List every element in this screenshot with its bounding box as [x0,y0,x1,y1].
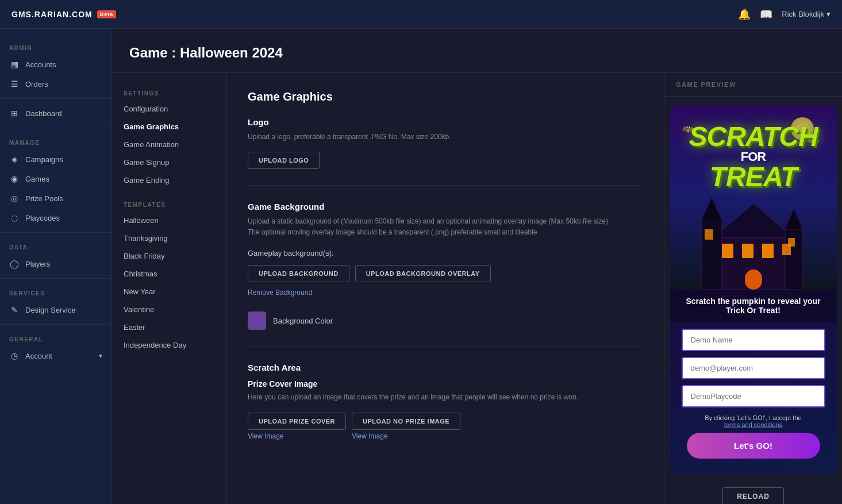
upload-no-prize-button[interactable]: UPLOAD NO PRIZE IMAGE [352,413,460,430]
accounts-icon: ▦ [9,60,20,69]
dashboard-icon: ⊞ [9,109,20,118]
beta-badge: Beta [97,10,117,18]
subnav-thanksgiving[interactable]: Thanksgiving [112,229,226,247]
subnav-configuration[interactable]: Configuration [112,100,226,118]
sidebar-section-admin: ADMIN [0,38,112,55]
campaigns-icon: ◈ [9,155,20,164]
remove-background-link[interactable]: Remove Background [248,288,312,297]
brand-name: GMS.RARIAN.COM [11,10,93,19]
preview-email-input[interactable] [682,357,825,379]
subnav-gamegraphics[interactable]: Game Graphics [112,118,226,136]
prize-cover-col: UPLOAD PRIZE COVER View Image [248,413,346,440]
app-body: ADMIN ▦ Accounts ☰ Orders ⊞ Dashboard MA… [0,29,842,504]
svg-rect-7 [722,244,733,258]
brand: GMS.RARIAN.COM Beta [11,10,116,19]
subnav-christmas[interactable]: Christmas [112,265,226,283]
user-name: Rick Blokdijk [782,10,824,18]
sidebar-item-prizepools-label: Prize Pools [25,194,63,203]
sidebar-item-playcodes-label: Playcodes [25,214,60,222]
upload-logo-button[interactable]: UPLOAD LOGO [248,152,320,169]
sidebar-item-designservice-label: Design Service [25,306,75,314]
logo-section: Logo Upload a logo, preferable a transpa… [248,117,643,186]
sidebar-item-games-label: Games [25,175,49,183]
preview-game-image: 🦇 🦇 SCRATCH FOR TREAT [670,106,837,290]
scratch-title-overlay: SCRATCH FOR TREAT [670,123,837,191]
scratch-title-line1: SCRATCH [670,123,837,151]
games-icon: ◉ [9,174,20,183]
sidebar-item-orders-label: Orders [25,80,48,89]
no-prize-col: UPLOAD NO PRIZE IMAGE View Image [352,413,460,440]
preview-terms-text: By clicking 'Let's GO!', I accept the [705,414,801,421]
sidebar-item-prizepools[interactable]: ◎ Prize Pools [0,188,112,208]
topbar-right: 🔔 📖 Rick Blokdijk ▾ [738,8,831,21]
sidebar-item-playcodes[interactable]: ◌ Playcodes [0,208,112,228]
subnav-valentine[interactable]: Valentine [112,301,226,318]
subnav-gameanimation[interactable]: Game Animation [112,136,226,153]
sidebar-item-campaigns[interactable]: ◈ Campaigns [0,149,112,169]
subnav-blackfriday[interactable]: Black Friday [112,247,226,265]
logo-title: Logo [248,117,643,127]
account-icon: ◷ [9,351,20,360]
sidebar-section-data: DATA [0,237,112,254]
svg-rect-8 [742,244,753,258]
subnav-gameending[interactable]: Game Ending [112,171,226,189]
sidebar-section-services: SERVICES [0,283,112,300]
svg-rect-9 [762,244,774,258]
preview-frame: 🦇 🦇 SCRATCH FOR TREAT [670,106,837,474]
preview-form [670,322,837,414]
sub-nav: SETTINGS Configuration Game Graphics Gam… [112,73,227,504]
sidebar-item-players[interactable]: ◯ Players [0,254,112,274]
sidebar-item-designservice[interactable]: ✎ Design Service [0,300,112,320]
svg-marker-6 [785,209,802,229]
preview-scratch-prompt: Scratch the pumpkin to reveal your Trick… [670,290,837,322]
svg-marker-4 [702,198,722,221]
game-background-title: Game Background [248,202,643,211]
preview-name-input[interactable] [682,329,825,351]
scratch-title-line2: TREAT [670,163,837,191]
prizepools-icon: ◎ [9,194,20,203]
subnav-templates-label: TEMPLATES [112,196,226,211]
sidebar-item-orders[interactable]: ☰ Orders [0,74,112,94]
notification-icon[interactable]: 🔔 [738,8,751,21]
subnav-gamesignup[interactable]: Game Signup [112,153,226,171]
upload-prize-cover-button[interactable]: UPLOAD PRIZE COVER [248,413,346,430]
sidebar-item-accounts[interactable]: ▦ Accounts [0,55,112,74]
haunted-house-svg [696,186,811,290]
subnav-halloween[interactable]: Halloween [112,211,226,229]
sidebar-section-general: GENERAL [0,329,112,346]
preview-terms-link[interactable]: terms and conditions [724,421,783,428]
logo-desc: Upload a logo, preferable a transparent … [248,132,643,143]
subnav-easter[interactable]: Easter [112,318,226,336]
playcodes-icon: ◌ [9,213,20,222]
designservice-icon: ✎ [9,305,20,314]
sidebar-item-games[interactable]: ◉ Games [0,169,112,188]
bg-color-row: Background Color [248,311,643,330]
user-chevron: ▾ [826,10,831,18]
svg-marker-2 [713,203,794,238]
prize-cover-desc: Here you can upload an image that covers… [248,392,643,403]
subnav-independenceday[interactable]: Independence Day [112,336,226,354]
view-cover-link[interactable]: View Image [248,432,346,440]
sidebar-item-dashboard[interactable]: ⊞ Dashboard [0,103,112,123]
reload-button[interactable]: RELOAD [722,487,784,504]
background-buttons: UPLOAD BACKGROUND UPLOAD BACKGROUND OVER… [248,265,643,282]
orders-icon: ☰ [9,79,20,89]
sidebar-item-campaigns-label: Campaigns [25,155,63,164]
bg-color-swatch[interactable] [248,311,266,330]
upload-background-button[interactable]: UPLOAD BACKGROUND [248,265,349,282]
preview-code-input[interactable] [682,385,825,407]
book-icon[interactable]: 📖 [760,8,772,21]
svg-rect-11 [745,270,762,290]
scratch-area-title: Scratch Area [248,363,643,372]
page-header: Game : Halloween 2024 [112,29,842,73]
sidebar-item-account[interactable]: ◷ Account ▾ [0,346,112,366]
user-menu[interactable]: Rick Blokdijk ▾ [782,10,831,18]
preview-go-button[interactable]: Let's GO! [687,433,820,459]
page-title: Game : Halloween 2024 [129,45,825,61]
upload-background-overlay-button[interactable]: UPLOAD BACKGROUND OVERLAY [355,265,491,282]
section-title: Game Graphics [248,90,643,103]
view-noprize-link[interactable]: View Image [352,432,460,440]
bg-color-label: Background Color [273,317,333,325]
subnav-newyear[interactable]: New Year [112,283,226,301]
preview-panel: GAME PREVIEW 🦇 🦇 SCRATCH FOR TREAT [664,73,842,504]
